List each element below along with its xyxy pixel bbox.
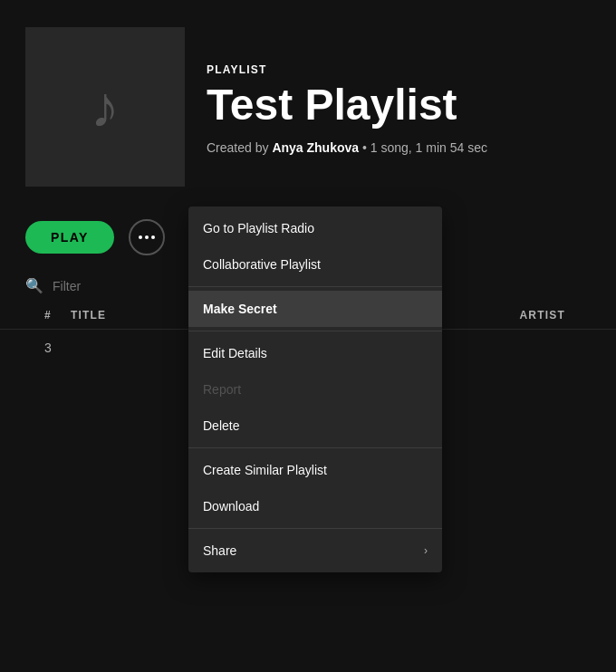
- playlist-info: PLAYLIST Test Playlist Created by Anya Z…: [207, 27, 487, 162]
- created-by-text: Created by: [207, 140, 268, 155]
- menu-section-1: Go to Playlist Radio Collaborative Playl…: [188, 206, 442, 287]
- dot-2: [145, 235, 149, 239]
- dot-1: [139, 235, 142, 239]
- menu-item-collaborative-label: Collaborative Playlist: [203, 257, 321, 272]
- menu-item-make-secret[interactable]: Make Secret: [188, 291, 442, 327]
- menu-item-create-similar[interactable]: Create Similar Playlist: [188, 452, 442, 488]
- menu-section-5: Share ›: [188, 529, 442, 572]
- play-button[interactable]: PLAY: [25, 221, 114, 254]
- col-number-header: #: [25, 309, 71, 322]
- menu-item-share[interactable]: Share ›: [188, 533, 442, 569]
- menu-item-go-to-radio[interactable]: Go to Playlist Radio: [188, 210, 442, 246]
- menu-item-collaborative[interactable]: Collaborative Playlist: [188, 246, 442, 283]
- search-icon: 🔍: [25, 277, 43, 294]
- more-options-button[interactable]: [129, 219, 165, 255]
- playlist-header: ♪ PLAYLIST Test Playlist Created by Anya…: [0, 0, 616, 205]
- filter-input[interactable]: [53, 279, 161, 293]
- menu-item-download-label: Download: [203, 499, 259, 514]
- menu-item-share-label: Share: [203, 543, 236, 558]
- menu-item-report: Report: [188, 371, 442, 408]
- menu-section-4: Create Similar Playlist Download: [188, 448, 442, 529]
- context-menu: Go to Playlist Radio Collaborative Playl…: [188, 206, 442, 572]
- playlist-label: PLAYLIST: [207, 63, 487, 76]
- music-note-icon: ♪: [91, 78, 120, 136]
- menu-section-2: Make Secret: [188, 287, 442, 331]
- meta-info: • 1 song, 1 min 54 sec: [362, 140, 487, 155]
- menu-section-3: Edit Details Report Delete: [188, 331, 442, 448]
- playlist-title: Test Playlist: [207, 82, 487, 130]
- album-art: ♪: [25, 27, 185, 187]
- chevron-right-icon: ›: [424, 544, 428, 557]
- dot-3: [151, 235, 155, 239]
- menu-item-make-secret-label: Make Secret: [203, 302, 277, 316]
- track-number: 3: [25, 341, 71, 355]
- menu-item-delete-label: Delete: [203, 418, 239, 433]
- menu-item-download[interactable]: Download: [188, 488, 442, 524]
- creator-name: Anya Zhukova: [272, 140, 359, 155]
- menu-item-go-to-radio-label: Go to Playlist Radio: [203, 221, 314, 235]
- menu-item-delete[interactable]: Delete: [188, 408, 442, 444]
- menu-item-report-label: Report: [203, 382, 241, 397]
- menu-item-edit-details[interactable]: Edit Details: [188, 335, 442, 371]
- menu-item-edit-details-label: Edit Details: [203, 346, 267, 360]
- menu-item-create-similar-label: Create Similar Playlist: [203, 463, 327, 477]
- playlist-meta: Created by Anya Zhukova • 1 song, 1 min …: [207, 140, 487, 155]
